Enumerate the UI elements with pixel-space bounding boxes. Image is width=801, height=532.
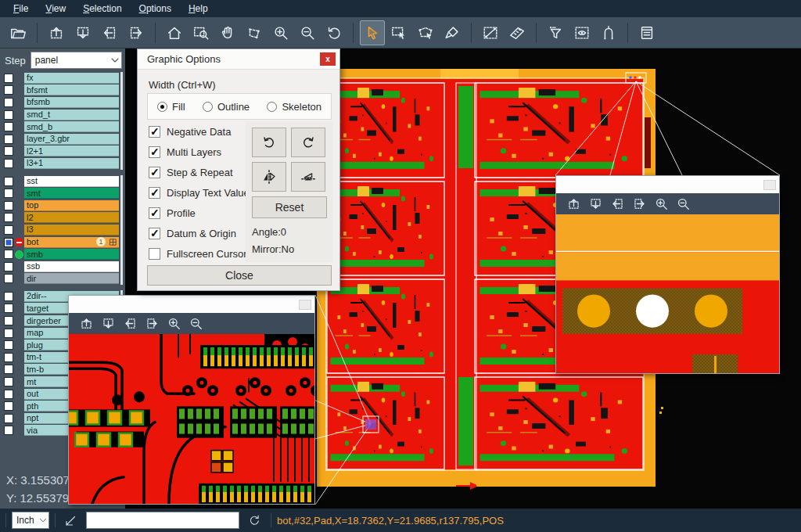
pan-up-button[interactable] (563, 195, 584, 214)
layer-label[interactable]: bfsmt (24, 84, 119, 95)
checkbox[interactable] (149, 248, 160, 260)
layer-checkbox[interactable] (4, 292, 13, 301)
layer-checkbox[interactable] (4, 390, 13, 399)
zoom-in-button[interactable] (651, 195, 671, 214)
radio-circle[interactable] (267, 102, 277, 112)
step-repeat-grid-icon[interactable] (109, 238, 117, 246)
layer-row-top[interactable]: top (0, 200, 125, 212)
layer-checkbox[interactable] (4, 146, 13, 156)
layer-checkbox[interactable] (4, 135, 13, 144)
pan-left-button[interactable] (607, 195, 627, 214)
layer-label[interactable]: smt (24, 188, 119, 199)
pan-left-button[interactable] (97, 20, 122, 45)
layer-label[interactable]: sst (24, 176, 119, 187)
layer-checkbox[interactable] (4, 225, 13, 235)
layer-label[interactable]: ssb (24, 261, 119, 272)
layer-row-sst[interactable]: sst (0, 175, 125, 188)
option-step-repeat[interactable]: Step & Repeat (149, 167, 233, 178)
layer-indicator-icon[interactable] (15, 250, 23, 259)
option-fullscreen-cursor[interactable]: Fullscreen Cursor (149, 248, 247, 260)
layer-label[interactable]: smd_t (24, 110, 119, 120)
layer-label[interactable]: bfsmb (24, 97, 119, 108)
layer-label[interactable]: l3 (24, 225, 119, 235)
radio-circle[interactable] (203, 102, 213, 112)
pan-right-button[interactable] (142, 315, 162, 333)
layer-list-scroll-strip[interactable] (120, 175, 123, 285)
pan-up-button[interactable] (44, 20, 69, 45)
select-button[interactable] (360, 20, 385, 45)
radio-outline[interactable]: Outline (203, 101, 250, 113)
layer-row-l2[interactable]: l2 (0, 212, 125, 225)
pan-down-button[interactable] (98, 315, 118, 333)
layer-row-smb[interactable]: smb (0, 248, 125, 261)
zoom-out-button[interactable] (673, 195, 693, 214)
brush-button[interactable] (440, 20, 465, 45)
layer-label[interactable]: top (24, 200, 119, 211)
panel-sub-board[interactable] (327, 279, 444, 373)
pan-right-button[interactable] (124, 20, 149, 45)
layer-checkbox[interactable] (4, 304, 13, 313)
report-button[interactable] (634, 20, 659, 45)
step-select[interactable]: panel (31, 52, 122, 69)
panel-sub-board[interactable] (475, 377, 643, 469)
zoom-in-button[interactable] (268, 20, 293, 45)
magnifier-title-bar[interactable] (69, 296, 314, 313)
layer-checkbox[interactable] (4, 74, 13, 83)
open-button[interactable] (5, 20, 31, 45)
layer-row-fx[interactable]: fx (0, 72, 125, 84)
view-options-button[interactable] (569, 20, 594, 45)
layer-checkbox[interactable] (4, 340, 13, 350)
filter-button[interactable] (543, 20, 568, 45)
layer-label[interactable]: bot1 (24, 237, 119, 248)
layer-checkbox[interactable] (4, 177, 13, 186)
flip-v-button[interactable] (291, 162, 325, 192)
snap-button[interactable] (596, 20, 621, 45)
layer-checkbox[interactable] (4, 98, 13, 107)
checkbox[interactable] (149, 187, 160, 199)
pan-down-button[interactable] (585, 195, 605, 214)
option-datum-origin[interactable]: Datum & Origin (149, 228, 236, 239)
pan-up-button[interactable] (76, 315, 96, 333)
command-input[interactable] (86, 512, 239, 529)
corner-angle-icon[interactable] (64, 513, 78, 527)
option-profile[interactable]: Profile (149, 207, 196, 219)
layer-label[interactable]: smb (24, 249, 119, 260)
pan-right-button[interactable] (629, 195, 649, 214)
close-button[interactable]: Close (147, 265, 332, 286)
checkbox[interactable] (149, 126, 160, 138)
magnifier-window-right[interactable] (555, 175, 780, 374)
layer-row-bfsmt[interactable]: bfsmt (0, 84, 125, 97)
panel-sub-board[interactable] (475, 83, 643, 178)
menu-help[interactable]: Help (180, 2, 217, 16)
radio-fill[interactable]: Fill (157, 101, 185, 113)
active-layer-icon[interactable] (15, 238, 23, 246)
radio-circle[interactable] (157, 102, 167, 112)
layer-row-smd_b[interactable]: smd_b (0, 120, 125, 133)
layer-row-l3+1[interactable]: l3+1 (0, 157, 125, 170)
layer-row-layer_3.gbr[interactable]: layer_3.gbr (0, 133, 125, 146)
dialog-title-bar[interactable]: Graphic Options x (138, 49, 339, 70)
layer-checkbox[interactable] (4, 426, 13, 435)
menu-view[interactable]: View (37, 2, 74, 16)
layer-label[interactable]: dir (24, 273, 119, 284)
ruler-button[interactable] (505, 20, 530, 45)
rotate-cw-button[interactable] (252, 128, 286, 157)
layer-label[interactable]: l3+1 (24, 158, 119, 169)
pan-hand-button[interactable] (215, 20, 240, 45)
layer-checkbox[interactable] (4, 316, 13, 325)
panel-sub-board[interactable] (327, 377, 444, 469)
magnifier-view-right[interactable] (556, 214, 779, 373)
refresh-icon[interactable] (247, 514, 260, 527)
layer-row-l3[interactable]: l3 (0, 224, 125, 236)
magnifier-window-left[interactable] (68, 295, 315, 505)
layer-checkbox[interactable] (4, 213, 13, 222)
layer-checkbox[interactable] (4, 329, 13, 338)
layer-checkbox[interactable] (4, 401, 13, 411)
menu-options[interactable]: Options (131, 2, 180, 16)
transform-button[interactable] (242, 20, 267, 45)
layer-label[interactable]: layer_3.gbr (24, 134, 119, 145)
layer-label[interactable]: l2+1 (24, 146, 119, 156)
layer-row-bfsmb[interactable]: bfsmb (0, 96, 125, 109)
layer-label[interactable]: l2 (24, 212, 119, 223)
layer-row-dir[interactable]: dir (0, 273, 125, 286)
